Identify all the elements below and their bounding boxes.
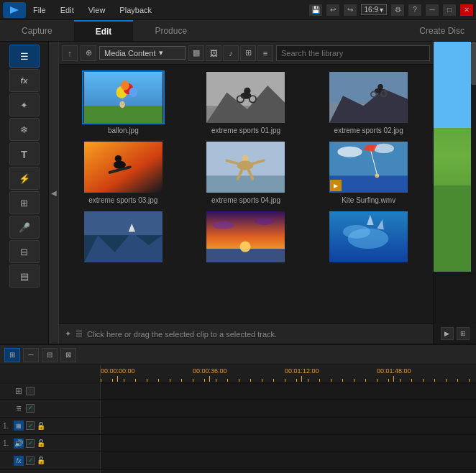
list-item[interactable]: ▶ Kite Surfing.wmv xyxy=(310,140,427,204)
media-item-label: ballon.jpg xyxy=(108,127,139,134)
svg-point-39 xyxy=(338,147,362,157)
svg-point-53 xyxy=(240,242,251,252)
media-thumbnail[interactable] xyxy=(327,210,410,264)
sidebar-item-pip[interactable]: ⊞ xyxy=(9,191,40,214)
plugin-button[interactable]: ⊕ xyxy=(81,45,96,61)
svg-rect-49 xyxy=(84,211,163,235)
svg-point-43 xyxy=(375,173,380,178)
track-content[interactable] xyxy=(101,418,476,434)
timeline-snap-button[interactable]: ⊠ xyxy=(60,348,76,362)
timeline-toolbar: ⊞ ─ ⊟ ⊠ xyxy=(0,345,476,365)
table-row: 1. 🔊 ✓ 🔓 xyxy=(0,435,476,452)
view-list-button[interactable]: ≡ xyxy=(257,45,273,61)
svg-rect-62 xyxy=(434,42,476,128)
track-icon: 🔊 xyxy=(14,438,24,449)
collapse-panel-button[interactable]: ◀ xyxy=(49,42,59,344)
track-content[interactable] xyxy=(101,400,476,416)
media-grid-container[interactable]: ballon.jpg xyxy=(59,65,433,323)
media-thumbnail[interactable] xyxy=(204,70,287,124)
sidebar-item-media[interactable]: ☰ xyxy=(9,45,40,68)
track-icon: ≡ xyxy=(14,403,24,413)
list-item[interactable] xyxy=(310,210,427,274)
save-icon[interactable]: 💾 xyxy=(309,4,322,16)
redo-icon[interactable]: ↪ xyxy=(344,4,357,16)
list-item[interactable]: ballon.jpg xyxy=(65,70,182,134)
svg-rect-63 xyxy=(434,185,476,272)
tab-edit[interactable]: Edit xyxy=(74,20,134,41)
track-icon: ▦ xyxy=(14,421,24,431)
svg-rect-3 xyxy=(84,106,163,123)
play-button[interactable]: ▶ xyxy=(441,327,454,340)
sidebar-item-transitions[interactable]: ✦ xyxy=(9,93,40,116)
tab-create-disc[interactable]: Create Disc xyxy=(408,20,476,41)
maximize-button[interactable]: □ xyxy=(443,4,456,16)
title-bar-right: 💾 ↩ ↪ 16:9 ▾ ⚙ ? ─ □ ✕ xyxy=(309,4,473,16)
media-item-label xyxy=(367,266,370,274)
track-controls: fx ✓ 🔓 xyxy=(0,452,101,469)
track-content[interactable] xyxy=(101,470,476,473)
view-film-button[interactable]: ▦ xyxy=(188,45,204,61)
sidebar-item-titles[interactable]: T xyxy=(9,142,40,165)
svg-point-6 xyxy=(129,88,137,97)
search-input[interactable] xyxy=(276,45,430,61)
list-item[interactable]: 3D xyxy=(65,210,182,274)
list-item[interactable] xyxy=(188,210,305,274)
menu-file[interactable]: File xyxy=(30,4,49,16)
track-visibility[interactable]: ✓ xyxy=(26,421,35,430)
view-photo-button[interactable]: 🖼 xyxy=(206,45,221,61)
sidebar-item-audio[interactable]: 🎤 xyxy=(9,216,40,239)
media-thumbnail[interactable] xyxy=(82,140,165,194)
track-visibility[interactable]: ✓ xyxy=(26,456,35,465)
media-thumbnail[interactable] xyxy=(327,70,410,124)
list-item[interactable]: extreme sports 03.jpg xyxy=(65,140,182,204)
media-thumbnail[interactable] xyxy=(204,210,287,264)
track-lock[interactable]: 🔓 xyxy=(37,421,45,430)
media-thumbnail[interactable] xyxy=(82,70,165,124)
undo-icon[interactable]: ↩ xyxy=(326,4,339,16)
view-grid-button[interactable]: ⊞ xyxy=(240,45,256,61)
add-media-button[interactable]: ↑ xyxy=(62,45,78,61)
aspect-ratio[interactable]: 16:9 ▾ xyxy=(361,4,387,15)
list-item[interactable]: extreme sports 04.jpg xyxy=(188,140,305,204)
track-lock[interactable]: 🔓 xyxy=(37,456,45,465)
list-item[interactable]: extreme sports 01.jpg xyxy=(188,70,305,134)
media-thumbnail[interactable]: 3D xyxy=(82,210,165,264)
sidebar-item-particles[interactable]: ❄ xyxy=(9,118,40,141)
media-thumbnail[interactable] xyxy=(204,140,287,194)
menu-playback[interactable]: Playback xyxy=(116,4,155,16)
content-panel: ↑ ⊕ Media Content ▾ ▦ 🖼 ♪ ⊞ ≡ xyxy=(59,42,433,344)
full-screen-button[interactable]: ⊞ xyxy=(457,327,470,340)
content-toolbar: ↑ ⊕ Media Content ▾ ▦ 🖼 ♪ ⊞ ≡ xyxy=(59,42,433,65)
svg-point-55 xyxy=(255,218,275,224)
help-icon[interactable]: ? xyxy=(408,4,421,16)
menu-edit[interactable]: Edit xyxy=(58,4,77,16)
track-content[interactable] xyxy=(101,452,476,469)
timeline-audio-button[interactable]: ⊟ xyxy=(42,348,58,362)
sidebar-item-effects[interactable]: fx xyxy=(9,69,40,92)
settings-icon[interactable]: ⚙ xyxy=(391,4,404,16)
close-button[interactable]: ✕ xyxy=(460,4,473,16)
menu-view[interactable]: View xyxy=(86,4,109,16)
sidebar-item-subtitles[interactable]: ⊟ xyxy=(9,240,40,263)
media-thumbnail[interactable]: ▶ xyxy=(327,140,410,194)
track-visibility[interactable] xyxy=(26,387,35,395)
timeline-storyboard-button[interactable]: ─ xyxy=(23,348,39,362)
track-controls: 1. 🔊 ✓ 🔓 xyxy=(0,435,101,451)
video-badge: ▶ xyxy=(330,180,342,191)
minimize-button[interactable]: ─ xyxy=(426,4,439,16)
view-music-button[interactable]: ♪ xyxy=(223,45,239,61)
sidebar-item-flash[interactable]: ⚡ xyxy=(9,167,40,190)
track-lock[interactable]: 🔓 xyxy=(37,439,45,448)
tab-produce[interactable]: Produce xyxy=(133,20,209,41)
tab-capture[interactable]: Capture xyxy=(0,20,74,41)
track-visibility[interactable]: ✓ xyxy=(26,404,35,413)
track-content[interactable] xyxy=(101,435,476,451)
media-type-dropdown[interactable]: Media Content ▾ xyxy=(99,46,186,60)
timeline-view-button[interactable]: ⊞ xyxy=(4,348,20,362)
table-row: ≡ ✓ xyxy=(0,400,476,417)
track-visibility[interactable]: ✓ xyxy=(26,439,35,448)
track-content[interactable] xyxy=(101,382,476,399)
sidebar-item-grid[interactable]: ▤ xyxy=(9,265,40,288)
ruler-mark: 00:00:36:00 xyxy=(193,367,227,375)
list-item[interactable]: extreme sports 02.jpg xyxy=(310,70,427,134)
